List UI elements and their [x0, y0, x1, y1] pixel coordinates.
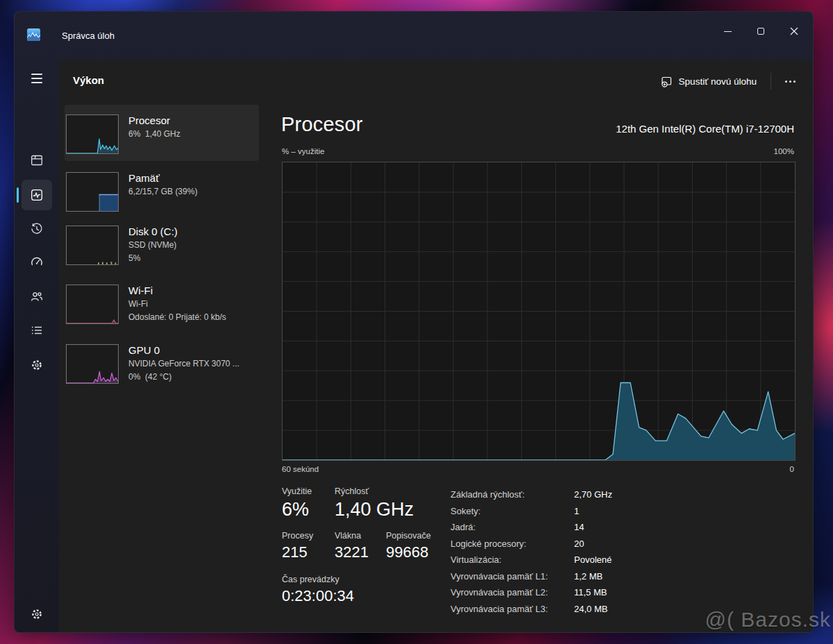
device-stat: NVIDIA GeForce RTX 3070 ...: [128, 357, 239, 371]
new-task-icon: [661, 76, 673, 87]
minimize-button[interactable]: [711, 19, 744, 44]
cpu-spec-list: Základná rýchlosť:2,70 GHz Sokety:1 Jadr…: [451, 486, 612, 617]
services-icon: [30, 358, 44, 372]
watermark: @( Bazos.sk: [705, 608, 832, 632]
x-axis-left-label: 60 sekúnd: [282, 465, 319, 473]
selected-accent-pill: [17, 187, 19, 203]
stat-processes: Procesy 215: [282, 531, 313, 561]
task-manager-app-icon: [27, 28, 40, 41]
detail-title: Procesor: [281, 113, 363, 136]
device-stat: 0% (42 °C): [128, 371, 239, 384]
cpu-mini-chart: [66, 115, 119, 154]
device-item-gpu0[interactable]: GPU 0 NVIDIA GeForce RTX 3070 ... 0% (42…: [65, 334, 259, 391]
sidebar-item-app-history[interactable]: [22, 214, 52, 244]
sidebar-item-users[interactable]: [22, 281, 52, 312]
spec-row: Vyrovnávacia pamäť L3:24,0 MB: [451, 601, 612, 618]
device-stat: Wi-Fi: [128, 298, 226, 311]
maximize-icon: [757, 28, 764, 35]
device-item-disk0[interactable]: Disk 0 (C:) SSD (NVMe) 5%: [65, 216, 259, 272]
task-manager-window: Správca úloh: [14, 11, 814, 633]
page-title: Výkon: [73, 74, 104, 86]
memory-mini-chart: [66, 172, 119, 212]
cpu-model-name: 12th Gen Intel(R) Core(TM) i7-12700H: [616, 123, 794, 135]
stat-handles: Popisovače 99668: [386, 531, 431, 561]
ellipsis-icon: [785, 80, 787, 83]
hamburger-icon: [31, 74, 42, 83]
settings-gear-icon: [30, 607, 44, 621]
sidebar-item-processes[interactable]: [22, 145, 52, 176]
sidebar-item-performance[interactable]: [22, 180, 52, 210]
device-stat: Odoslané: 0 Prijaté: 0 kb/s: [128, 311, 226, 324]
maximize-button[interactable]: [744, 19, 777, 44]
device-name: Pamäť: [128, 171, 197, 185]
run-new-task-button[interactable]: Spustiť novú úlohu: [654, 71, 764, 92]
minimize-icon: [724, 31, 732, 32]
sidebar-item-details[interactable]: [22, 315, 52, 346]
wifi-mini-chart: [66, 285, 119, 324]
device-item-procesor[interactable]: Procesor 6% 1,40 GHz: [65, 105, 259, 161]
sidebar-item-services[interactable]: [22, 350, 52, 380]
device-item-wifi[interactable]: Wi-Fi Wi-Fi Odoslané: 0 Prijaté: 0 kb/s: [65, 275, 259, 331]
spec-row: Sokety:1: [451, 503, 612, 520]
spec-row: Jadrá:14: [451, 519, 612, 536]
desktop: { "window": { "title": "Správca úloh" },…: [0, 0, 833, 644]
spec-row: Virtualizácia:Povolené: [451, 552, 612, 568]
window-title: Správca úloh: [62, 31, 115, 41]
users-icon: [30, 289, 44, 303]
app-history-icon: [30, 222, 44, 236]
stat-speed: Rýchlosť 1,40 GHz: [335, 486, 414, 520]
more-options-button[interactable]: [778, 71, 802, 92]
startup-apps-icon: [30, 255, 44, 269]
gpu-mini-chart: [66, 344, 119, 384]
y-axis-label: % – využitie: [282, 147, 324, 155]
stat-utilization: Využitie 6%: [282, 486, 312, 520]
disk-mini-chart: [66, 226, 119, 265]
topbar-divider: [771, 73, 771, 90]
navigation-rail: [15, 60, 59, 632]
cpu-usage-chart: [282, 162, 796, 461]
details-icon: [30, 323, 44, 337]
spec-row: Základná rýchlosť:2,70 GHz: [451, 486, 612, 503]
spec-row: Logické procesory:20: [451, 536, 612, 552]
spec-row: Vyrovnávacia pamäť L2:11,5 MB: [451, 584, 612, 601]
processes-icon: [30, 153, 44, 167]
stat-uptime: Čas prevádzky 0:23:00:34: [282, 575, 354, 605]
device-name: Disk 0 (C:): [128, 224, 178, 239]
device-name: Wi-Fi: [128, 283, 226, 298]
device-stat: SSD (NVMe): [128, 239, 178, 252]
sidebar-item-settings[interactable]: [22, 599, 52, 629]
close-button[interactable]: [777, 19, 811, 44]
stat-threads: Vlákna 3221: [335, 531, 369, 561]
run-new-task-label: Spustiť novú úlohu: [679, 76, 757, 87]
device-stat: 5%: [128, 252, 178, 265]
device-item-pamat[interactable]: Pamäť 6,2/15,7 GB (39%): [65, 162, 259, 219]
spec-row: Vyrovnávacia pamäť L1:1,2 MB: [451, 568, 612, 585]
titlebar[interactable]: Správca úloh: [15, 12, 813, 60]
x-axis-right-label: 0: [790, 465, 794, 473]
device-name: Procesor: [128, 113, 180, 128]
content-panel: Výkon Spustiť novú úlohu Procesor: [59, 60, 813, 632]
device-name: GPU 0: [128, 343, 239, 357]
y-axis-max-label: 100%: [774, 147, 794, 155]
performance-icon: [30, 188, 44, 202]
device-stat: 6,2/15,7 GB (39%): [128, 185, 197, 198]
close-icon: [790, 27, 798, 35]
menu-toggle-button[interactable]: [22, 63, 52, 94]
sidebar-item-startup-apps[interactable]: [22, 247, 52, 278]
device-stat: 6% 1,40 GHz: [128, 128, 180, 141]
